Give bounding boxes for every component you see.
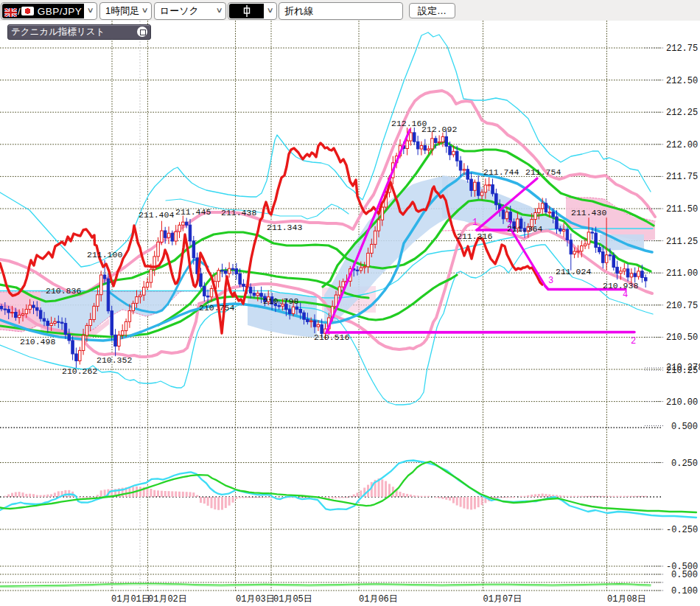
svg-text:211.00: 211.00 [666,268,698,279]
svg-text:211.316: 211.316 [457,231,492,241]
svg-text:210.352: 210.352 [97,355,132,365]
svg-text:0.500: 0.500 [671,570,698,580]
svg-text:01月07日: 01月07日 [483,594,522,605]
svg-text:211.364: 211.364 [507,224,542,234]
svg-text:210.516: 210.516 [314,332,349,342]
svg-text:212.00: 212.00 [666,140,698,150]
svg-text:210.50: 210.50 [666,332,698,343]
svg-text:211.438: 211.438 [221,208,256,217]
svg-text:01月01日: 01月01日 [111,594,150,605]
svg-text:211.024: 211.024 [556,267,591,276]
svg-text:211.754: 211.754 [525,167,561,177]
svg-text:01月06日: 01月06日 [359,594,398,605]
svg-text:212.50: 212.50 [666,76,698,86]
svg-text:210.798: 210.798 [263,296,298,306]
svg-text:210.498: 210.498 [20,337,55,346]
svg-text:0.250: 0.250 [671,459,698,469]
svg-text:01月05日: 01月05日 [273,594,312,605]
svg-text:4: 4 [623,290,628,300]
svg-text:210.25: 210.25 [666,366,698,376]
svg-text:210.836: 210.836 [46,286,81,296]
svg-text:01月02日: 01月02日 [148,594,187,605]
svg-text:3: 3 [548,276,553,286]
svg-text:0.100: 0.100 [671,586,698,596]
svg-text:210.75: 210.75 [666,301,698,311]
svg-text:210.938: 210.938 [603,281,638,290]
svg-text:210.00: 210.00 [666,397,698,408]
svg-text:-0.250: -0.250 [666,525,698,535]
svg-text:0.500: 0.500 [671,422,698,432]
svg-text:212.25: 212.25 [666,108,698,118]
svg-text:211.100: 211.100 [87,250,122,260]
svg-text:210.262: 210.262 [62,366,97,376]
svg-text:212.75: 212.75 [666,43,698,54]
svg-text:1: 1 [472,217,477,228]
svg-text:211.50: 211.50 [666,204,698,215]
svg-text:211.25: 211.25 [666,237,698,247]
svg-text:01月03日: 01月03日 [236,594,275,605]
svg-text:211.75: 211.75 [666,172,698,182]
svg-text:01月08日: 01月08日 [607,594,646,605]
svg-text:211.744: 211.744 [483,167,519,177]
svg-text:211.404: 211.404 [139,210,174,220]
svg-text:211.445: 211.445 [175,207,211,217]
svg-text:2: 2 [631,336,636,346]
svg-text:212.092: 212.092 [421,125,457,134]
svg-text:211.430: 211.430 [571,208,606,217]
svg-text:211.343: 211.343 [267,223,302,232]
svg-text:210.754: 210.754 [199,303,234,313]
